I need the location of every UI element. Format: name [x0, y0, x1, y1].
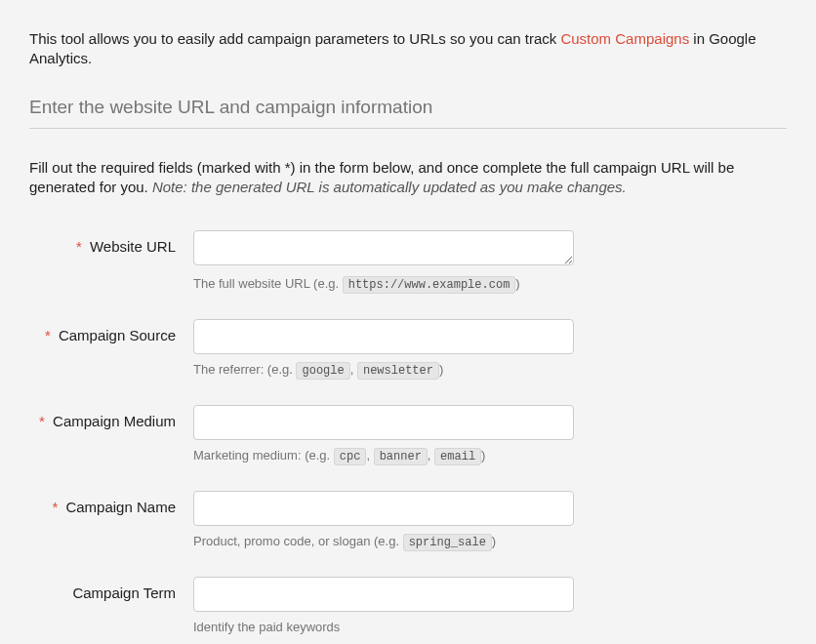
label-campaign-medium: * Campaign Medium [29, 405, 193, 429]
label-text: Website URL [90, 238, 176, 255]
row-campaign-source: * Campaign Source The referrer: (e.g. go… [29, 319, 787, 380]
campaign-medium-input[interactable] [193, 405, 574, 440]
intro-prefix: This tool allows you to easily add campa… [29, 30, 560, 47]
row-campaign-term: Campaign Term Identify the paid keywords [29, 577, 787, 637]
label-campaign-name: * Campaign Name [29, 491, 193, 515]
custom-campaigns-link[interactable]: Custom Campaigns [560, 30, 689, 47]
label-campaign-source: * Campaign Source [29, 319, 193, 343]
help-campaign-medium: Marketing medium: (e.g. cpc, banner, ema… [193, 446, 574, 465]
label-campaign-term: Campaign Term [29, 577, 193, 601]
label-text: Campaign Term [72, 584, 176, 601]
row-campaign-medium: * Campaign Medium Marketing medium: (e.g… [29, 405, 787, 465]
row-website-url: * Website URL The full website URL (e.g.… [29, 230, 787, 294]
label-text: Campaign Medium [53, 413, 176, 429]
help-campaign-name: Product, promo code, or slogan (e.g. spr… [193, 532, 574, 551]
required-mark: * [39, 413, 45, 429]
row-campaign-name: * Campaign Name Product, promo code, or … [29, 491, 787, 551]
campaign-name-input[interactable] [193, 491, 574, 526]
required-mark: * [52, 499, 58, 515]
campaign-source-input[interactable] [193, 319, 574, 354]
label-text: Campaign Name [65, 499, 176, 515]
intro-text: This tool allows you to easily add campa… [29, 29, 787, 69]
label-text: Campaign Source [59, 327, 176, 343]
website-url-input[interactable] [193, 230, 574, 265]
help-campaign-source: The referrer: (e.g. google, newsletter) [193, 360, 574, 380]
instructions-text: Fill out the required fields (marked wit… [29, 158, 787, 198]
required-mark: * [76, 238, 82, 255]
section-heading: Enter the website URL and campaign infor… [29, 97, 787, 129]
label-website-url: * Website URL [29, 230, 193, 255]
instructions-note: Note: the generated URL is automatically… [152, 179, 627, 195]
help-website-url: The full website URL (e.g. https://www.e… [193, 274, 574, 294]
required-mark: * [45, 327, 51, 343]
campaign-term-input[interactable] [193, 577, 574, 612]
help-campaign-term: Identify the paid keywords [193, 618, 574, 637]
